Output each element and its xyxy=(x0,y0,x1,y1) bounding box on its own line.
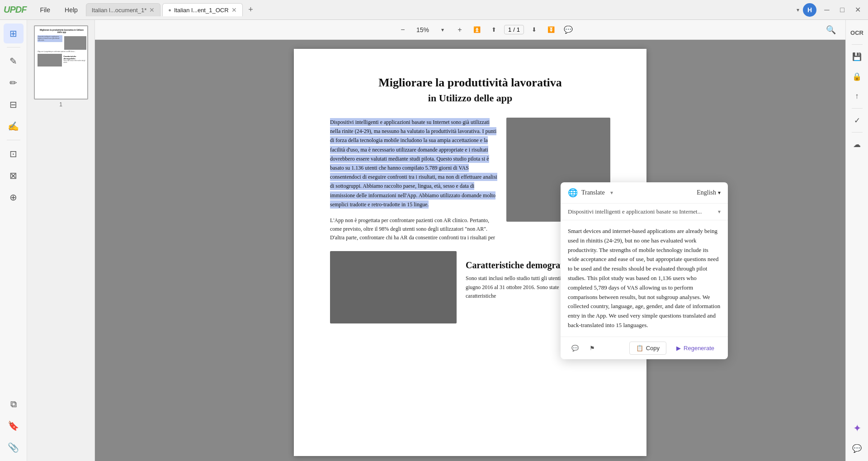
popup-actions: 💬 ⚑ 📋 Copy ▶ Regenerate xyxy=(561,337,728,359)
bookmark-icon[interactable]: 🔖 xyxy=(4,416,24,436)
sidebar-right: OCR 💾 🔒 ↑ ✓ ☁ ✦ 💬 xyxy=(845,20,868,461)
sidebar-left: ⊞ ✎ ✏ ⊟ ✍ ⊡ ⊠ ⊕ ⧉ 🔖 📎 xyxy=(0,20,27,461)
thumb-section-text: Sono stati inclusi nello studio tutti gl… xyxy=(64,60,86,63)
translate-popup: 🌐 Translate ▾ English ▾ Dispositivi inte… xyxy=(561,182,728,359)
annotate-icon[interactable]: ✏ xyxy=(4,73,24,93)
cloud-right-icon[interactable]: ☁ xyxy=(848,135,866,153)
zoom-in-button[interactable]: + xyxy=(453,23,467,37)
tab-document1-ocr-close[interactable]: ✕ xyxy=(231,6,237,14)
thumb-section-title: Caratteristiche demografiche xyxy=(64,55,86,60)
save-right-icon[interactable]: 💾 xyxy=(848,48,866,66)
ocr-right-icon[interactable]: OCR xyxy=(848,24,866,42)
popup-comment-button[interactable]: 💬 xyxy=(568,343,582,353)
language-selector[interactable]: English ▾ xyxy=(697,189,721,196)
popup-regenerate-button[interactable]: ▶ Regenerate xyxy=(670,342,721,354)
app-logo: UPDF xyxy=(4,5,26,15)
sign-icon[interactable]: ✍ xyxy=(4,116,24,136)
popup-source-arrow[interactable]: ▾ xyxy=(718,209,721,215)
merge-icon[interactable]: ⊠ xyxy=(4,166,24,185)
layers-icon[interactable]: ⧉ xyxy=(4,394,24,414)
page-thumbnail-1[interactable]: Migliorare la produttività lavorativa in… xyxy=(34,25,88,100)
thumbnail-view-icon[interactable]: ⊞ xyxy=(4,24,24,43)
thumbnail-panel: Migliorare la produttività lavorativa in… xyxy=(27,20,95,461)
page-top-button[interactable]: ⏫ xyxy=(470,23,484,37)
tab-document1[interactable]: Italian l...ocument_1* ✕ xyxy=(86,3,160,16)
pdf-normal-text: L'App non è progettata per confrontare p… xyxy=(330,216,497,242)
popup-translation-text: Smart devices and internet-based applica… xyxy=(561,220,728,337)
popup-comment-icon: 💬 xyxy=(571,345,579,352)
ai-right-icon[interactable]: ✦ xyxy=(848,419,866,437)
tab-ocr-indicator: ● xyxy=(168,7,171,13)
minimize-button[interactable]: ─ xyxy=(820,5,834,14)
tabs-dropdown-arrow[interactable]: ▾ xyxy=(797,7,799,13)
share-right-icon[interactable]: ↑ xyxy=(848,87,866,105)
zoom-level: 15% xyxy=(413,24,433,35)
avatar-letter: H xyxy=(807,6,812,14)
thumb-title: Migliorare la produttività lavorativa in… xyxy=(38,29,86,33)
table-icon[interactable]: ⊟ xyxy=(4,95,24,114)
ocr-icon[interactable]: ⊡ xyxy=(4,144,24,164)
check-right-icon[interactable]: ✓ xyxy=(848,111,866,129)
stamp-icon[interactable]: ⊕ xyxy=(4,187,24,207)
page-down-button[interactable]: ⬇ xyxy=(527,23,541,37)
help-menu[interactable]: Help xyxy=(58,5,84,15)
copy-label: Copy xyxy=(646,345,660,352)
tab-document1-ocr[interactable]: ● Italian l...ent_1_OCR ✕ xyxy=(162,3,242,16)
lang-dropdown-arrow[interactable]: ▾ xyxy=(718,190,721,196)
avatar: H xyxy=(803,3,816,17)
page-up-button[interactable]: ⬆ xyxy=(487,23,501,37)
translate-icon: 🌐 xyxy=(568,188,578,198)
lock-right-icon[interactable]: 🔒 xyxy=(848,67,866,86)
popup-flag-button[interactable]: ⚑ xyxy=(586,343,599,353)
thumbnail-content: Migliorare la produttività lavorativa in… xyxy=(35,26,88,99)
zoom-dropdown-button[interactable]: ▾ xyxy=(435,23,450,37)
regenerate-label: Regenerate xyxy=(684,345,714,352)
target-language: English xyxy=(697,189,716,196)
chat-right-icon[interactable]: 💬 xyxy=(848,439,866,457)
main-area: ⊞ ✎ ✏ ⊟ ✍ ⊡ ⊠ ⊕ ⧉ 🔖 📎 Migliorare la prod… xyxy=(0,20,868,461)
toolbar-right: 🔍 xyxy=(824,23,838,37)
page-indicator: 1 / 1 xyxy=(504,25,524,34)
popup-flag-icon: ⚑ xyxy=(590,345,595,352)
pdf-title-sub: in Utilizzo delle app xyxy=(330,92,610,104)
right-divider-1 xyxy=(852,44,863,45)
pdf-title-main: Migliorare la produttività lavorativa xyxy=(330,76,610,90)
page-separator: / xyxy=(513,26,515,33)
zoom-out-button[interactable]: − xyxy=(396,23,410,37)
thumb-image-2 xyxy=(38,54,62,67)
file-menu[interactable]: File xyxy=(33,5,57,15)
edit-icon[interactable]: ✎ xyxy=(4,51,24,71)
toolbar-center: − 15% ▾ + ⏫ ⬆ 1 / 1 ⬇ ⏬ 💬 xyxy=(396,23,576,37)
pdf-highlighted-text[interactable]: Dispositivi intelligenti e applicazioni … xyxy=(330,118,497,209)
tab-document1-close[interactable]: ✕ xyxy=(149,6,155,14)
tab-bar: UPDF File Help Italian l...ocument_1* ✕ … xyxy=(0,0,868,20)
translate-label: Translate xyxy=(581,189,605,196)
page-total: 1 xyxy=(517,26,520,33)
thumbnail-container: Migliorare la produttività lavorativa in… xyxy=(34,25,88,108)
add-tab-button[interactable]: + xyxy=(245,4,257,16)
tab-bar-right: ▾ H ─ □ ✕ xyxy=(797,3,864,17)
regenerate-icon: ▶ xyxy=(676,345,681,352)
popup-source-text: Dispositivi intelligenti e applicazioni … xyxy=(568,208,718,215)
toolbar: − 15% ▾ + ⏫ ⬆ 1 / 1 ⬇ ⏬ 💬 🔍 xyxy=(95,20,845,40)
close-button[interactable]: ✕ xyxy=(851,5,864,14)
translate-dropdown-arrow[interactable]: ▾ xyxy=(610,190,613,196)
popup-copy-button[interactable]: 📋 Copy xyxy=(629,342,666,355)
pdf-page: Migliorare la produttività lavorativa in… xyxy=(294,49,646,456)
sidebar-divider-2 xyxy=(7,140,20,140)
content-wrapper: − 15% ▾ + ⏫ ⬆ 1 / 1 ⬇ ⏬ 💬 🔍 xyxy=(95,20,845,461)
thumb-image-1 xyxy=(64,36,86,50)
sidebar-bottom-icons: ⧉ 🔖 📎 xyxy=(4,394,24,457)
thumb-text2: L'App non è progettata per confrontare p… xyxy=(38,51,86,52)
popup-source-row: Dispositivi intelligenti e applicazioni … xyxy=(561,204,728,220)
window-controls: ─ □ ✕ xyxy=(820,5,864,14)
tab-document1-label: Italian l...ocument_1* xyxy=(92,7,146,14)
sidebar-divider-1 xyxy=(7,47,20,48)
attach-icon[interactable]: 📎 xyxy=(4,437,24,457)
search-button[interactable]: 🔍 xyxy=(824,23,838,37)
comment-button[interactable]: 💬 xyxy=(561,23,576,37)
page-bottom-button[interactable]: ⏬ xyxy=(544,23,558,37)
maximize-button[interactable]: □ xyxy=(835,5,849,14)
tab-document1-ocr-label: Italian l...ent_1_OCR xyxy=(174,7,229,14)
pdf-area: Migliorare la produttività lavorativa in… xyxy=(95,40,845,461)
